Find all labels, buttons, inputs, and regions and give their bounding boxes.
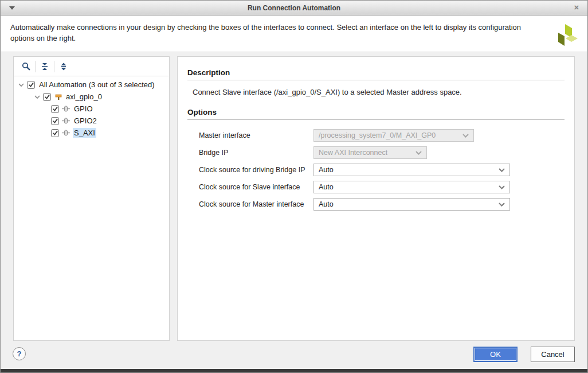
cancel-button[interactable]: Cancel: [531, 347, 575, 362]
checkbox-gpio2[interactable]: [51, 117, 59, 125]
clock-bridge-label: Clock source for driving Bridge IP: [199, 166, 313, 174]
window-title: Run Connection Automation: [248, 4, 340, 12]
chevron-down-icon: [462, 134, 469, 138]
tree-row-s-axi[interactable]: S_AXI: [14, 127, 169, 139]
tree-row-axi-gpio-0[interactable]: axi_gpio_0: [14, 91, 169, 103]
form-row-clock-bridge: Clock source for driving Bridge IP Auto: [199, 164, 574, 176]
description-heading: Description: [187, 68, 565, 77]
window-bottom-edge: [1, 369, 587, 372]
details-panel: Description Connect Slave interface (/ax…: [177, 56, 575, 341]
clock-slave-value: Auto: [319, 183, 334, 191]
search-icon[interactable]: [18, 60, 33, 73]
options-form: Master interface /processing_system7_0/M…: [178, 129, 574, 211]
help-button[interactable]: ?: [13, 347, 26, 360]
options-rule: [187, 119, 565, 120]
ok-button[interactable]: OK: [473, 347, 518, 362]
chevron-down-icon: [499, 168, 505, 172]
tree-row-gpio2[interactable]: GPIO2: [14, 115, 169, 127]
checkbox-axi-gpio-0[interactable]: [43, 93, 51, 101]
dialog-run-connection-automation: Run Connection Automation × Automaticall…: [0, 0, 588, 373]
ip-block-icon: [54, 93, 62, 101]
clock-bridge-value: Auto: [319, 166, 334, 174]
tree-row-all-automation[interactable]: All Automation (3 out of 3 selected): [14, 79, 169, 91]
chevron-down-icon: [499, 185, 505, 189]
form-row-master-interface: Master interface /processing_system7_0/M…: [199, 129, 574, 142]
window-menu-icon[interactable]: [9, 6, 15, 10]
expand-all-icon[interactable]: [56, 60, 71, 73]
chevron-down-icon: [499, 203, 505, 207]
automation-tree-panel: All Automation (3 out of 3 selected): [13, 56, 170, 341]
title-bar[interactable]: Run Connection Automation ×: [1, 1, 587, 15]
options-heading: Options: [187, 108, 565, 116]
master-interface-value: /processing_system7_0/M_AXI_GP0: [319, 131, 436, 139]
tree-label-all-automation[interactable]: All Automation (3 out of 3 selected): [38, 80, 156, 90]
clock-bridge-dropdown[interactable]: Auto: [313, 164, 510, 176]
tree-label-gpio2[interactable]: GPIO2: [73, 116, 98, 126]
dialog-header: Automatically make connections in your d…: [1, 16, 587, 52]
chevron-down-icon: [415, 151, 422, 155]
form-row-bridge-ip: Bridge IP New AXI Interconnect: [199, 146, 574, 159]
tree-label-axi-gpio-0[interactable]: axi_gpio_0: [65, 92, 103, 102]
description-rule: [187, 80, 565, 80]
form-row-clock-slave: Clock source for Slave interface Auto: [199, 181, 574, 193]
clock-master-label: Clock source for Master interface: [199, 200, 313, 208]
bridge-ip-value: New AXI Interconnect: [319, 149, 387, 157]
master-interface-label: Master interface: [199, 131, 313, 139]
chevron-down-icon[interactable]: [33, 93, 41, 101]
tree-row-gpio[interactable]: GPIO: [14, 103, 169, 115]
automation-tree: All Automation (3 out of 3 selected): [14, 76, 169, 139]
checkbox-all-automation[interactable]: [27, 81, 35, 89]
form-row-clock-master: Clock source for Master interface Auto: [199, 198, 574, 211]
master-interface-dropdown: /processing_system7_0/M_AXI_GP0: [313, 129, 474, 142]
interface-icon: [62, 117, 70, 125]
collapse-all-icon[interactable]: [37, 60, 52, 73]
checkbox-s-axi[interactable]: [51, 129, 59, 137]
interface-icon: [62, 129, 70, 137]
clock-slave-dropdown[interactable]: Auto: [313, 181, 510, 193]
toolbar-separator: [35, 61, 36, 72]
checkbox-gpio[interactable]: [51, 105, 59, 113]
tree-toolbar: [14, 57, 169, 76]
xilinx-logo-icon: [554, 23, 579, 48]
bridge-ip-dropdown: New AXI Interconnect: [313, 146, 427, 159]
close-icon[interactable]: ×: [571, 2, 582, 13]
clock-slave-label: Clock source for Slave interface: [199, 183, 313, 191]
interface-icon: [62, 105, 70, 113]
tree-label-gpio[interactable]: GPIO: [73, 104, 94, 114]
tree-label-s-axi[interactable]: S_AXI: [73, 128, 96, 138]
description-text: Connect Slave interface (/axi_gpio_0/S_A…: [193, 88, 565, 96]
clock-master-dropdown[interactable]: Auto: [313, 198, 510, 211]
clock-master-value: Auto: [319, 200, 334, 208]
dialog-instructions: Automatically make connections in your d…: [10, 23, 521, 42]
chevron-down-icon[interactable]: [17, 81, 25, 89]
toolbar-separator: [54, 61, 54, 72]
bridge-ip-label: Bridge IP: [199, 149, 313, 157]
